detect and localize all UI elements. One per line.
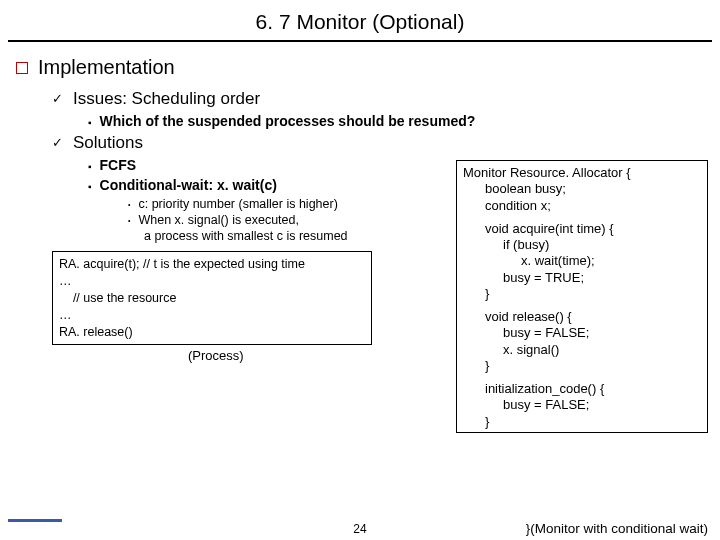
slide-title: 6. 7 Monitor (Optional) <box>8 0 712 42</box>
subpoint-text: c: priority number (smaller is higher) <box>138 197 337 211</box>
heading-issues: ✓ Issues: Scheduling order <box>52 89 702 109</box>
code-line: void release() { <box>463 309 701 325</box>
code-line: } <box>463 414 701 430</box>
monitor-code-box: Monitor Resource. Allocator { boolean bu… <box>456 160 708 433</box>
bullet-square-outline-icon <box>16 62 28 74</box>
heading-text: Implementation <box>38 56 175 79</box>
bullet-text: Which of the suspended processes should … <box>100 113 476 129</box>
code-line: } <box>463 358 701 374</box>
code-line: busy = FALSE; <box>463 397 701 413</box>
process-code-box: RA. acquire(t); // t is the expected usi… <box>52 251 372 345</box>
dot-bullet-icon: • <box>128 217 130 224</box>
square-bullet-icon: ▪ <box>88 181 92 192</box>
code-line: x. signal() <box>463 342 701 358</box>
page-number: 24 <box>0 522 720 536</box>
check-icon: ✓ <box>52 135 63 150</box>
dot-bullet-icon: • <box>128 201 130 208</box>
code-line: busy = FALSE; <box>463 325 701 341</box>
square-bullet-icon: ▪ <box>88 117 92 128</box>
check-icon: ✓ <box>52 91 63 106</box>
code-line: if (busy) <box>463 237 701 253</box>
heading-implementation: Implementation <box>18 56 702 79</box>
code-line: … <box>59 307 365 324</box>
bullet-text: Conditional-wait: x. wait(c) <box>100 177 277 193</box>
heading-solutions: ✓ Solutions <box>52 133 702 153</box>
code-line: } <box>463 286 701 302</box>
code-line: RA. release() <box>59 324 365 341</box>
code-line: void acquire(int time) { <box>463 221 701 237</box>
code-line: initialization_code() { <box>463 381 701 397</box>
code-line: condition x; <box>463 198 701 214</box>
heading-text: Solutions <box>73 133 143 153</box>
code-line: RA. acquire(t); // t is the expected usi… <box>59 256 365 273</box>
square-bullet-icon: ▪ <box>88 161 92 172</box>
bullet-which-process: ▪ Which of the suspended processes shoul… <box>88 113 702 129</box>
code-line: boolean busy; <box>463 181 701 197</box>
code-line: busy = TRUE; <box>463 270 701 286</box>
code-line: Monitor Resource. Allocator { <box>463 165 701 181</box>
code-line: // use the resource <box>59 290 365 307</box>
code-line: … <box>59 273 365 290</box>
code-line: x. wait(time); <box>463 253 701 269</box>
subpoint-text: When x. signal() is executed, <box>138 213 299 227</box>
bullet-text: FCFS <box>100 157 137 173</box>
heading-text: Issues: Scheduling order <box>73 89 260 109</box>
